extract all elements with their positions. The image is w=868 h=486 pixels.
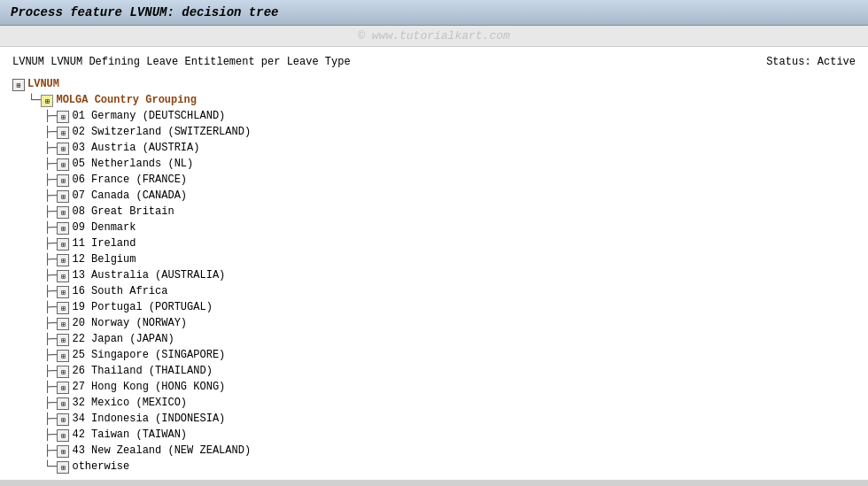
item-label: 08 Great Britain bbox=[72, 204, 174, 220]
item-icon[interactable]: ⊞ bbox=[57, 206, 69, 219]
item-icon[interactable]: ⊞ bbox=[57, 190, 69, 203]
item-label: 34 Indonesia (INDONESIA) bbox=[72, 411, 225, 428]
item-icon[interactable]: ⊞ bbox=[57, 461, 69, 474]
branch-connector: ├─ bbox=[44, 411, 57, 428]
branch-connector: ├─ bbox=[44, 235, 57, 252]
item-icon[interactable]: ⊞ bbox=[57, 254, 69, 266]
list-item: ├─⊞07 Canada (CANADA) bbox=[44, 189, 856, 204]
root-lvnum-icon[interactable]: ⊞ bbox=[12, 79, 25, 91]
branch-connector: ├─ bbox=[44, 267, 57, 284]
item-icon[interactable]: ⊞ bbox=[57, 445, 69, 458]
item-icon[interactable]: ⊞ bbox=[57, 174, 69, 187]
item-label: 01 Germany (DEUTSCHLAND) bbox=[72, 108, 225, 125]
item-label: 13 Australia (AUSTRALIA) bbox=[72, 267, 225, 284]
item-label: 19 Portugal (PORTUGAL) bbox=[72, 299, 212, 316]
item-icon[interactable]: ⊞ bbox=[57, 318, 69, 330]
list-item: ├─⊞03 Austria (AUSTRIA) bbox=[44, 141, 856, 157]
page-title: Process feature LVNUM: decision tree bbox=[11, 5, 278, 19]
item-label: 11 Ireland bbox=[72, 235, 136, 252]
main-content: LVNUM LVNUM Defining Leave Entitlement p… bbox=[0, 47, 868, 480]
item-icon[interactable]: ⊞ bbox=[57, 238, 69, 251]
branch-connector: ├─ bbox=[44, 379, 57, 396]
item-label: 06 France (FRANCE) bbox=[72, 172, 187, 189]
item-icon[interactable]: ⊞ bbox=[57, 397, 69, 410]
item-label: 20 Norway (NORWAY) bbox=[72, 315, 187, 332]
list-item: ├─⊞08 Great Britain bbox=[44, 204, 856, 220]
branch-connector: ├─ bbox=[44, 315, 57, 332]
molga-icon[interactable]: ⊞ bbox=[41, 95, 53, 107]
item-icon[interactable]: ⊞ bbox=[57, 143, 69, 155]
watermark-text: © www.tutorialkart.com bbox=[358, 29, 510, 42]
branch-connector: ├─ bbox=[44, 188, 57, 204]
branch-connector: ├─ bbox=[44, 140, 57, 157]
list-item: ├─⊞26 Thailand (THAILAND) bbox=[44, 364, 856, 380]
list-item: ├─⊞22 Japan (JAPAN) bbox=[44, 332, 856, 348]
item-icon[interactable]: ⊞ bbox=[57, 111, 69, 123]
molga-row: └─ ⊞ MOLGA Country Grouping bbox=[28, 93, 856, 109]
root-lvnum-row: ⊞ LVNUM bbox=[12, 77, 856, 93]
item-label: 05 Netherlands (NL) bbox=[72, 156, 193, 173]
watermark-bar: © www.tutorialkart.com bbox=[0, 26, 868, 47]
item-icon[interactable]: ⊞ bbox=[57, 222, 69, 235]
list-item: ├─⊞02 Switzerland (SWITZERLAND) bbox=[44, 125, 856, 141]
list-item: ├─⊞13 Australia (AUSTRALIA) bbox=[44, 268, 856, 284]
branch-connector: └─ bbox=[44, 459, 57, 475]
item-icon[interactable]: ⊞ bbox=[57, 366, 69, 378]
item-label: 16 South Africa bbox=[72, 283, 167, 300]
title-bar: Process feature LVNUM: decision tree bbox=[0, 0, 868, 26]
molga-branch: └─ bbox=[28, 92, 41, 109]
branch-connector: ├─ bbox=[44, 443, 57, 459]
item-icon[interactable]: ⊞ bbox=[57, 413, 69, 426]
list-item: ├─⊞16 South Africa bbox=[44, 284, 856, 300]
status-left: LVNUM LVNUM Defining Leave Entitlement p… bbox=[12, 56, 351, 68]
item-icon[interactable]: ⊞ bbox=[57, 158, 69, 171]
item-label: 09 Denmark bbox=[72, 220, 136, 236]
branch-connector: ├─ bbox=[44, 204, 57, 220]
tree-container: ⊞ LVNUM └─ ⊞ MOLGA Country Grouping ├─⊞0… bbox=[12, 77, 856, 475]
status-right: Status: Active bbox=[766, 56, 856, 68]
item-icon[interactable]: ⊞ bbox=[57, 334, 69, 346]
item-label: 22 Japan (JAPAN) bbox=[72, 331, 174, 348]
branch-connector: ├─ bbox=[44, 299, 57, 316]
branch-connector: ├─ bbox=[44, 156, 57, 173]
item-label: 02 Switzerland (SWITZERLAND) bbox=[72, 124, 251, 141]
item-label: 27 Hong Kong (HONG KONG) bbox=[72, 379, 225, 396]
branch-connector: ├─ bbox=[44, 331, 57, 348]
list-item: ├─⊞32 Mexico (MEXICO) bbox=[44, 396, 856, 412]
item-icon[interactable]: ⊞ bbox=[57, 429, 69, 442]
list-item: ├─⊞25 Singapore (SINGAPORE) bbox=[44, 348, 856, 364]
list-item: ├─⊞09 Denmark bbox=[44, 220, 856, 236]
item-label: otherwise bbox=[72, 459, 129, 475]
list-item: ├─⊞34 Indonesia (INDONESIA) bbox=[44, 412, 856, 428]
branch-connector: ├─ bbox=[44, 347, 57, 364]
branch-connector: ├─ bbox=[44, 427, 57, 444]
branch-connector: ├─ bbox=[44, 395, 57, 412]
list-item: ├─⊞06 France (FRANCE) bbox=[44, 173, 856, 189]
list-item: └─⊞otherwise bbox=[44, 459, 856, 475]
list-item: ├─⊞05 Netherlands (NL) bbox=[44, 157, 856, 173]
branch-connector: ├─ bbox=[44, 108, 57, 125]
branch-connector: ├─ bbox=[44, 124, 57, 141]
item-label: 42 Taiwan (TAIWAN) bbox=[72, 427, 187, 444]
list-item: ├─⊞11 Ireland bbox=[44, 236, 856, 252]
item-label: 26 Thailand (THAILAND) bbox=[72, 363, 212, 380]
item-label: 12 Belgium bbox=[72, 251, 136, 268]
item-label: 03 Austria (AUSTRIA) bbox=[72, 140, 199, 157]
list-item: ├─⊞19 Portugal (PORTUGAL) bbox=[44, 300, 856, 316]
molga-label: MOLGA Country Grouping bbox=[56, 92, 196, 109]
list-item: ├─⊞01 Germany (DEUTSCHLAND) bbox=[44, 109, 856, 125]
list-item: ├─⊞12 Belgium bbox=[44, 252, 856, 268]
item-icon[interactable]: ⊞ bbox=[57, 302, 69, 314]
item-icon[interactable]: ⊞ bbox=[57, 270, 69, 282]
status-line: LVNUM LVNUM Defining Leave Entitlement p… bbox=[12, 56, 856, 68]
list-item: ├─⊞43 New Zealand (NEW ZEALAND) bbox=[44, 444, 856, 459]
root-lvnum-label: LVNUM bbox=[27, 76, 59, 93]
branch-connector: ├─ bbox=[44, 283, 57, 300]
item-label: 43 New Zealand (NEW ZEALAND) bbox=[72, 443, 251, 459]
item-icon[interactable]: ⊞ bbox=[57, 350, 69, 362]
item-icon[interactable]: ⊞ bbox=[57, 127, 69, 139]
item-icon[interactable]: ⊞ bbox=[57, 382, 69, 394]
item-label: 07 Canada (CANADA) bbox=[72, 188, 187, 204]
item-icon[interactable]: ⊞ bbox=[57, 286, 69, 298]
list-item: ├─⊞27 Hong Kong (HONG KONG) bbox=[44, 380, 856, 396]
